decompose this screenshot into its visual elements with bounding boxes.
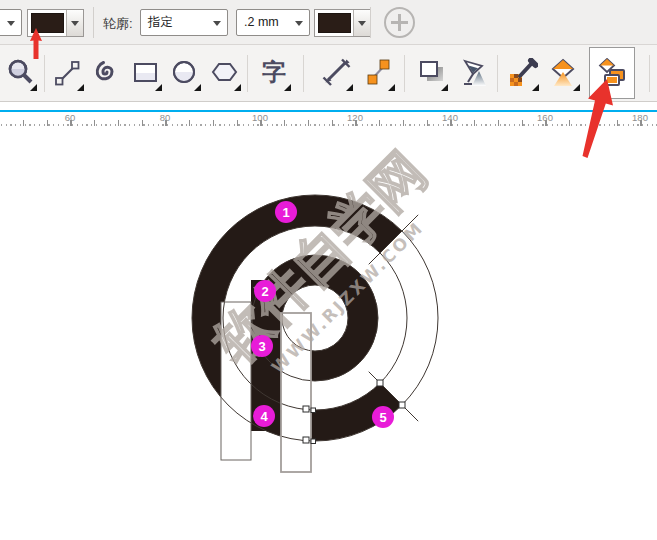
- outline-width-value: .2 mm: [244, 15, 279, 29]
- flyout-triangle-icon: [573, 84, 580, 91]
- outline-style-value: 指定: [148, 15, 173, 29]
- clipped-combobox[interactable]: [0, 9, 22, 36]
- separator: [93, 7, 94, 38]
- fill-color-dropdown[interactable]: [66, 10, 83, 36]
- flyout-triangle-icon: [441, 84, 448, 91]
- interactive-fill-tool-button[interactable]: [545, 50, 583, 96]
- ellipse-tool-button[interactable]: [166, 50, 204, 96]
- chevron-down-icon: [358, 21, 366, 26]
- flyout-triangle-icon: [532, 84, 539, 91]
- outline-width-combobox[interactable]: .2 mm: [236, 9, 310, 36]
- flyout-triangle-icon: [30, 84, 37, 91]
- property-bar: 轮廓: 指定 .2 mm: [0, 0, 657, 45]
- separator: [303, 55, 304, 92]
- separator: [370, 7, 371, 38]
- separator: [649, 55, 650, 92]
- chevron-down-icon: [213, 21, 221, 26]
- outline-style-combobox[interactable]: 指定: [140, 9, 228, 36]
- guideline-cyan[interactable]: [0, 110, 657, 112]
- outline-color-picker[interactable]: [314, 9, 371, 37]
- fill-color-picker[interactable]: [27, 9, 84, 37]
- chevron-down-icon: [295, 21, 303, 26]
- spiral-icon: [92, 58, 122, 88]
- flyout-triangle-icon: [388, 84, 395, 91]
- transparency-tool-button[interactable]: [454, 50, 492, 96]
- separator: [44, 55, 45, 92]
- rectangle-tool-button[interactable]: [127, 50, 165, 96]
- flyout-triangle-icon: [234, 84, 241, 91]
- flyout-triangle-icon: [77, 84, 84, 91]
- coreldraw-window: 轮廓: 指定 .2 mm: [0, 0, 657, 540]
- spiral-tool-button[interactable]: [88, 50, 126, 96]
- outline-color-swatch[interactable]: [318, 13, 351, 33]
- dimension-tool-button[interactable]: [318, 50, 356, 96]
- connector-tool-button[interactable]: [360, 50, 398, 96]
- flyout-triangle-icon: [155, 84, 162, 91]
- separator: [404, 55, 405, 92]
- color-eyedropper-tool-button[interactable]: [504, 50, 542, 96]
- toolbox: 字: [0, 45, 657, 102]
- horizontal-ruler[interactable]: 60 80 100 120 140 160 180: [0, 103, 657, 127]
- add-button[interactable]: [384, 7, 415, 38]
- text-tool-glyph: 字: [262, 56, 286, 88]
- chevron-down-icon: [71, 21, 79, 26]
- drop-shadow-tool-button[interactable]: [413, 50, 451, 96]
- separator: [497, 55, 498, 92]
- smart-fill-tool-button[interactable]: [589, 47, 635, 99]
- wine-glass-icon: [458, 58, 488, 88]
- ruler-ticks-minor: [1, 124, 657, 126]
- separator: [247, 55, 248, 92]
- freehand-tool-button[interactable]: [49, 50, 87, 96]
- flyout-triangle-icon: [284, 84, 291, 91]
- outline-label: 轮廓:: [103, 15, 133, 33]
- polygon-tool-button[interactable]: [206, 50, 244, 96]
- drawing-canvas[interactable]: [0, 127, 657, 540]
- fill-color-swatch[interactable]: [31, 13, 64, 33]
- flyout-triangle-icon: [346, 84, 353, 91]
- flyout-triangle-icon: [194, 84, 201, 91]
- text-tool-button[interactable]: 字: [256, 50, 294, 96]
- chevron-down-icon: [7, 21, 15, 26]
- smart-fill-icon: [597, 58, 629, 90]
- outline-color-dropdown[interactable]: [353, 10, 370, 36]
- zoom-tool-button[interactable]: [2, 50, 40, 96]
